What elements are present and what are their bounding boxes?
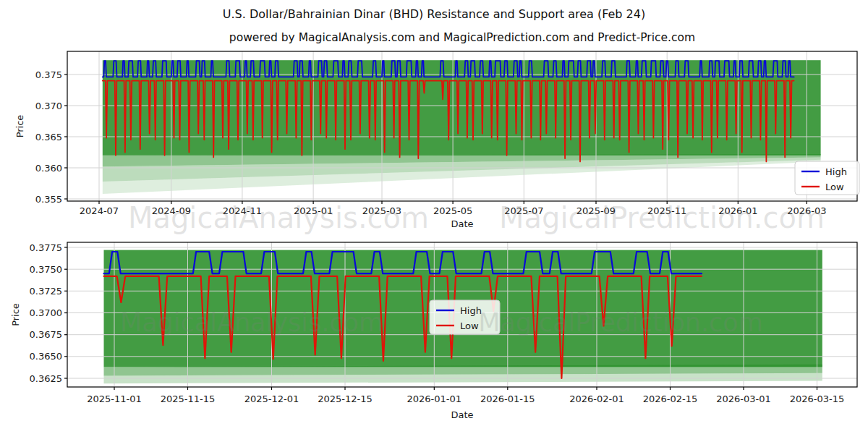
x-tick-label: 2025-11-15 — [161, 393, 216, 404]
legend-label-high: High — [825, 166, 847, 177]
y-tick-label: 0.365 — [35, 132, 62, 142]
x-tick-label: 2026-01-01 — [407, 393, 462, 404]
legend-label-low: Low — [460, 320, 479, 331]
x-tick-label: 2026-01 — [718, 205, 757, 216]
y-tick-label: 0.3725 — [30, 286, 63, 297]
x-tick-label: 2025-07 — [504, 205, 543, 216]
y-axis-label: Price — [14, 115, 25, 138]
y-tick-label: 0.3650 — [30, 351, 63, 362]
x-tick-label: 2026-01-15 — [480, 393, 535, 404]
legend-label-low: Low — [825, 182, 844, 192]
y-tick-label: 0.360 — [35, 163, 62, 174]
x-tick-label: 2024-09 — [152, 205, 191, 216]
x-axis-label: Date — [451, 218, 473, 229]
x-tick-label: 2025-03 — [362, 205, 401, 216]
x-tick-label: 2025-05 — [433, 205, 472, 216]
x-tick-label: 2026-02-15 — [643, 393, 698, 404]
x-tick-label: 2025-12-15 — [318, 393, 373, 404]
x-tick-label: 2026-03 — [787, 205, 826, 216]
x-tick-label: 2024-11 — [223, 205, 262, 216]
legend-label-high: High — [460, 305, 482, 316]
x-tick-label: 2025-11-01 — [87, 393, 142, 404]
x-tick-label: 2025-11 — [647, 205, 686, 216]
x-axis-label: Date — [451, 409, 473, 420]
y-tick-label: 0.3700 — [30, 307, 63, 318]
x-tick-label: 2026-02-01 — [569, 393, 624, 404]
y-tick-label: 0.355 — [35, 194, 62, 205]
x-tick-label: 2025-09 — [576, 205, 616, 216]
x-tick-label: 2026-03-15 — [790, 393, 845, 404]
y-tick-label: 0.375 — [35, 69, 62, 80]
y-tick-label: 0.3675 — [30, 329, 63, 340]
y-tick-label: 0.3750 — [30, 264, 63, 275]
charts-canvas: 2024-072024-092024-112025-012025-032025-… — [0, 0, 868, 434]
figure: U.S. Dollar/Bahrainian Dinar (BHD) Resis… — [0, 0, 868, 434]
bottom-chart: 2025-11-012025-11-152025-12-012025-12-15… — [10, 242, 857, 421]
x-tick-label: 2025-01 — [294, 205, 333, 216]
y-tick-label: 0.3775 — [30, 242, 63, 253]
y-axis-label: Price — [10, 303, 21, 326]
y-tick-label: 0.3625 — [30, 373, 63, 384]
x-tick-label: 2026-03-01 — [716, 393, 771, 404]
y-tick-label: 0.370 — [35, 101, 62, 111]
x-tick-label: 2025-12-01 — [244, 393, 299, 404]
top-chart: 2024-072024-092024-112025-012025-032025-… — [14, 51, 859, 229]
x-tick-label: 2024-07 — [80, 205, 119, 216]
